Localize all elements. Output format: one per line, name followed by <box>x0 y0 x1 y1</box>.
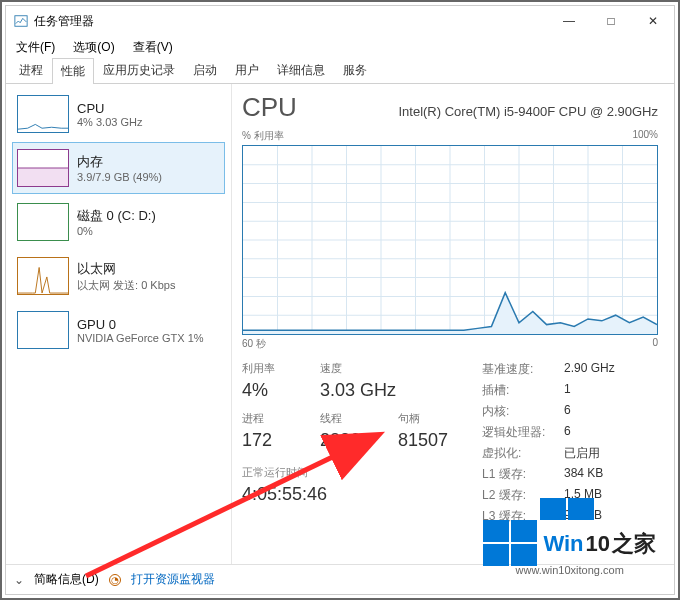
stat-row: 基准速度:2.90 GHz <box>482 361 615 378</box>
cpu-heading: CPU <box>242 92 297 123</box>
chart-xright: 0 <box>652 337 658 351</box>
disk-thumb-icon <box>17 203 69 241</box>
resource-monitor-link[interactable]: 打开资源监视器 <box>131 571 215 588</box>
tab-processes[interactable]: 进程 <box>10 57 52 83</box>
tab-startup[interactable]: 启动 <box>184 57 226 83</box>
menu-view[interactable]: 查看(V) <box>127 37 179 58</box>
stat-key: L2 缓存: <box>482 487 552 504</box>
stat-row: L3 缓存:9.0 MB <box>482 508 615 525</box>
cpu-chart <box>242 145 658 335</box>
label-threads: 线程 <box>320 411 374 426</box>
stat-val: 6 <box>564 403 571 420</box>
sidebar-gpu-sub: NVIDIA GeForce GTX 1% <box>77 332 204 344</box>
value-speed: 3.03 GHz <box>320 380 396 401</box>
stat-key: 插槽: <box>482 382 552 399</box>
tab-services[interactable]: 服务 <box>334 57 376 83</box>
value-handles: 81507 <box>398 430 452 451</box>
chart-xleft: 60 秒 <box>242 337 266 351</box>
stat-val: 1 <box>564 382 571 399</box>
svg-rect-1 <box>18 168 68 186</box>
sidebar-disk-title: 磁盘 0 (C: D:) <box>77 207 156 225</box>
stat-key: 内核: <box>482 403 552 420</box>
window-title: 任务管理器 <box>34 13 94 30</box>
label-speed: 速度 <box>320 361 374 376</box>
menu-options[interactable]: 选项(O) <box>67 37 120 58</box>
label-handles: 句柄 <box>398 411 452 426</box>
menu-file[interactable]: 文件(F) <box>10 37 61 58</box>
gpu-thumb-icon <box>17 311 69 349</box>
tab-details[interactable]: 详细信息 <box>268 57 334 83</box>
stat-val: 6 <box>564 424 571 441</box>
stat-val: 2.90 GHz <box>564 361 615 378</box>
sidebar: CPU4% 3.03 GHz 内存3.9/7.9 GB (49%) 磁盘 0 (… <box>6 84 232 564</box>
brief-info-link[interactable]: 简略信息(D) <box>34 571 99 588</box>
stat-val: 384 KB <box>564 466 603 483</box>
sidebar-cpu-title: CPU <box>77 101 142 116</box>
value-uptime: 4:05:55:46 <box>242 484 452 505</box>
stat-val: 1.5 MB <box>564 487 602 504</box>
sidebar-item-disk[interactable]: 磁盘 0 (C: D:)0% <box>12 196 225 248</box>
sidebar-disk-sub: 0% <box>77 225 156 237</box>
sidebar-eth-sub: 以太网 发送: 0 Kbps <box>77 278 175 293</box>
tab-performance[interactable]: 性能 <box>52 58 94 84</box>
stat-key: 虚拟化: <box>482 445 552 462</box>
tab-app-history[interactable]: 应用历史记录 <box>94 57 184 83</box>
sidebar-gpu-title: GPU 0 <box>77 317 204 332</box>
sidebar-item-memory[interactable]: 内存3.9/7.9 GB (49%) <box>12 142 225 194</box>
menubar: 文件(F) 选项(O) 查看(V) <box>6 36 674 58</box>
close-button[interactable]: ✕ <box>632 6 674 36</box>
maximize-button[interactable]: □ <box>590 6 632 36</box>
stat-row: L1 缓存:384 KB <box>482 466 615 483</box>
ethernet-thumb-icon <box>17 257 69 295</box>
label-processes: 进程 <box>242 411 296 426</box>
chart-ymax: 100% <box>632 129 658 143</box>
sidebar-mem-sub: 3.9/7.9 GB (49%) <box>77 171 162 183</box>
memory-thumb-icon <box>17 149 69 187</box>
stat-val: 已启用 <box>564 445 600 462</box>
stat-val: 9.0 MB <box>564 508 602 525</box>
cpu-model: Intel(R) Core(TM) i5-9400F CPU @ 2.90GHz <box>309 104 658 119</box>
stat-row: 逻辑处理器:6 <box>482 424 615 441</box>
stat-row: 插槽:1 <box>482 382 615 399</box>
stat-row: L2 缓存:1.5 MB <box>482 487 615 504</box>
chart-ylabel: % 利用率 <box>242 129 284 143</box>
value-utilization: 4% <box>242 380 296 401</box>
value-threads: 2226 <box>320 430 374 451</box>
sidebar-item-ethernet[interactable]: 以太网以太网 发送: 0 Kbps <box>12 250 225 302</box>
footer: ⌄ 简略信息(D) ◔ 打开资源监视器 <box>6 564 674 594</box>
stat-row: 内核:6 <box>482 403 615 420</box>
stat-key: 基准速度: <box>482 361 552 378</box>
label-uptime: 正常运行时间 <box>242 465 452 480</box>
minimize-button[interactable]: — <box>548 6 590 36</box>
value-processes: 172 <box>242 430 296 451</box>
tabstrip: 进程 性能 应用历史记录 启动 用户 详细信息 服务 <box>6 58 674 84</box>
titlebar: 任务管理器 — □ ✕ <box>6 6 674 36</box>
resource-monitor-icon: ◔ <box>109 574 121 586</box>
sidebar-cpu-sub: 4% 3.03 GHz <box>77 116 142 128</box>
sidebar-mem-title: 内存 <box>77 153 162 171</box>
sidebar-eth-title: 以太网 <box>77 260 175 278</box>
stat-key: L3 缓存: <box>482 508 552 525</box>
sidebar-item-gpu[interactable]: GPU 0NVIDIA GeForce GTX 1% <box>12 304 225 356</box>
tab-users[interactable]: 用户 <box>226 57 268 83</box>
stat-key: L1 缓存: <box>482 466 552 483</box>
sidebar-item-cpu[interactable]: CPU4% 3.03 GHz <box>12 88 225 140</box>
label-utilization: 利用率 <box>242 361 296 376</box>
stat-key: 逻辑处理器: <box>482 424 552 441</box>
chevron-down-icon[interactable]: ⌄ <box>14 573 24 587</box>
stat-row: 虚拟化:已启用 <box>482 445 615 462</box>
app-icon <box>14 14 28 28</box>
cpu-thumb-icon <box>17 95 69 133</box>
main-panel: CPU Intel(R) Core(TM) i5-9400F CPU @ 2.9… <box>232 84 674 564</box>
